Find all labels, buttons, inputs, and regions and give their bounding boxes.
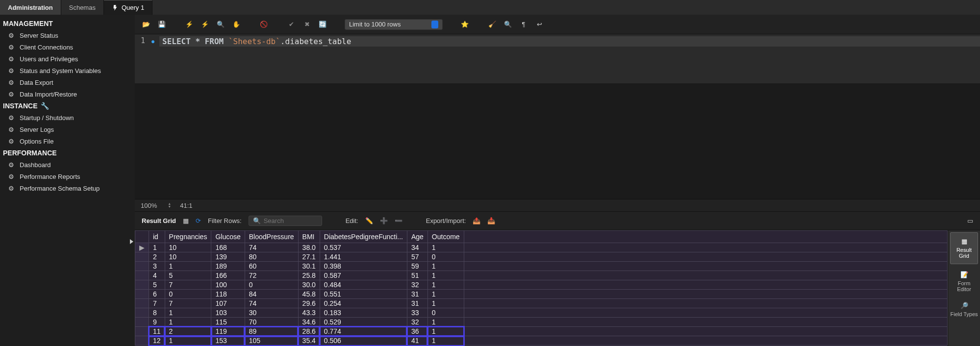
table-row[interactable]: 811033043.30.183330 [135, 308, 948, 318]
sql-editor[interactable]: 1 ● SELECT * FROM `Sheets-db`.diabetes_t… [135, 34, 980, 83]
zoom-stepper[interactable]: ▲▼ [168, 202, 171, 208]
filter-search-input[interactable] [264, 217, 313, 224]
cell[interactable]: 59 [407, 262, 427, 271]
sidebar-item[interactable]: ⚙Client Connections [0, 41, 135, 53]
cell[interactable]: 3 [149, 262, 165, 271]
row-marker[interactable] [135, 318, 149, 327]
column-header[interactable]: id [149, 231, 165, 243]
tab-query-1[interactable]: Query 1 [104, 0, 152, 15]
explain-icon[interactable]: 🔍 [215, 19, 226, 30]
cell[interactable]: 1 [149, 243, 165, 252]
row-marker[interactable] [135, 280, 149, 290]
cell[interactable]: 0.254 [320, 299, 407, 308]
cell[interactable]: 0.506 [320, 336, 407, 346]
cell[interactable]: 7 [165, 280, 211, 290]
cell[interactable]: 74 [245, 299, 298, 308]
cell[interactable]: 7 [149, 299, 165, 308]
cell[interactable]: 36 [407, 327, 427, 336]
row-marker[interactable] [135, 290, 149, 299]
cell[interactable]: 0.774 [320, 327, 407, 336]
cell[interactable]: 30.1 [298, 262, 320, 271]
stop-icon[interactable]: ✋ [231, 19, 242, 30]
cell[interactable]: 12 [149, 336, 165, 346]
sidebar-item[interactable]: ⚙Options File [0, 135, 135, 147]
cell[interactable]: 166 [211, 271, 245, 280]
sidebar-item[interactable]: ⚙Dashboard [0, 159, 135, 171]
cell[interactable]: 4 [149, 271, 165, 280]
delete-row-icon[interactable]: ➖ [395, 217, 402, 224]
row-marker[interactable] [135, 308, 149, 318]
table-row[interactable]: 57100030.00.484321 [135, 280, 948, 290]
insert-row-icon[interactable]: ➕ [380, 217, 388, 224]
row-marker[interactable] [135, 327, 149, 336]
favorite-icon[interactable]: ⭐ [459, 19, 470, 30]
open-folder-icon[interactable]: 📂 [141, 19, 151, 30]
cell[interactable]: 115 [211, 318, 245, 327]
cell[interactable]: 107 [211, 299, 245, 308]
column-header[interactable]: Age [407, 231, 427, 243]
commit-icon[interactable]: ✔ [286, 19, 297, 30]
cell[interactable]: 89 [245, 327, 298, 336]
cell[interactable]: 31 [407, 299, 427, 308]
cell[interactable]: 103 [211, 308, 245, 318]
cell[interactable]: 1.441 [320, 252, 407, 262]
cell[interactable]: 60 [245, 262, 298, 271]
autocommit-icon[interactable]: 🔄 [317, 19, 328, 30]
table-row[interactable]: 311896030.10.398591 [135, 262, 948, 271]
tab-schemas[interactable]: Schemas [61, 0, 104, 15]
table-row[interactable]: 2101398027.11.441570 [135, 252, 948, 262]
cancel-icon[interactable]: 🚫 [258, 19, 269, 30]
cell[interactable]: 34 [407, 243, 427, 252]
cell[interactable]: 7 [165, 299, 211, 308]
cell[interactable]: 1 [427, 280, 464, 290]
cell[interactable]: 72 [245, 271, 298, 280]
sidebar-item[interactable]: ⚙Data Import/Restore [0, 88, 135, 100]
tab-administration[interactable]: Administration [0, 0, 61, 15]
cell[interactable]: 31 [407, 290, 427, 299]
table-row[interactable]: ▶1101687438.00.537341 [135, 243, 948, 252]
invisible-chars-icon[interactable]: ¶ [518, 19, 529, 30]
row-marker[interactable] [135, 271, 149, 280]
result-grid[interactable]: idPregnanciesGlucoseBloodPressureBMIDiab… [135, 230, 948, 346]
cell[interactable]: 0.398 [320, 262, 407, 271]
table-row[interactable]: 12115310535.40.506411 [135, 336, 948, 346]
cell[interactable]: 105 [245, 336, 298, 346]
cell[interactable]: 1 [427, 327, 464, 336]
cell[interactable]: 33 [407, 308, 427, 318]
cell[interactable]: 10 [165, 243, 211, 252]
sidebar-item[interactable]: ⚙Data Export [0, 76, 135, 88]
panel-toggle-icon[interactable]: ▭ [967, 217, 973, 224]
row-marker[interactable] [135, 299, 149, 308]
cell[interactable]: 8 [149, 308, 165, 318]
cell[interactable]: 57 [407, 252, 427, 262]
cell[interactable]: 28.6 [298, 327, 320, 336]
save-icon[interactable]: 💾 [156, 19, 167, 30]
right-tool-result-grid[interactable]: ▦ Result Grid [950, 232, 978, 264]
cell[interactable]: 25.8 [298, 271, 320, 280]
cell[interactable]: 1 [165, 308, 211, 318]
cell[interactable]: 189 [211, 262, 245, 271]
cell[interactable]: 11 [149, 327, 165, 336]
row-limit-select[interactable]: Limit to 1000 rows [345, 19, 443, 30]
cell[interactable]: 100 [211, 280, 245, 290]
cell[interactable]: 43.3 [298, 308, 320, 318]
cell[interactable]: 2 [149, 252, 165, 262]
cell[interactable]: 1 [427, 299, 464, 308]
find-icon[interactable]: 🔍 [503, 19, 513, 30]
cell[interactable]: 1 [165, 262, 211, 271]
cell[interactable]: 34.6 [298, 318, 320, 327]
import-icon[interactable]: 📥 [487, 217, 495, 224]
cell[interactable]: 30.0 [298, 280, 320, 290]
sidebar-item[interactable]: ⚙Startup / Shutdown [0, 112, 135, 124]
row-marker[interactable]: ▶ [135, 243, 149, 252]
cell[interactable]: 10 [165, 252, 211, 262]
cell[interactable]: 45.8 [298, 290, 320, 299]
sidebar-item[interactable]: ⚙Performance Schema Setup [0, 182, 135, 194]
cell[interactable]: 0.529 [320, 318, 407, 327]
table-row[interactable]: 771077429.60.254311 [135, 299, 948, 308]
cell[interactable]: 80 [245, 252, 298, 262]
table-row[interactable]: 451667225.80.587511 [135, 271, 948, 280]
sidebar-item[interactable]: ⚙Users and Privileges [0, 53, 135, 65]
cell[interactable]: 0.537 [320, 243, 407, 252]
cell[interactable]: 1 [427, 262, 464, 271]
